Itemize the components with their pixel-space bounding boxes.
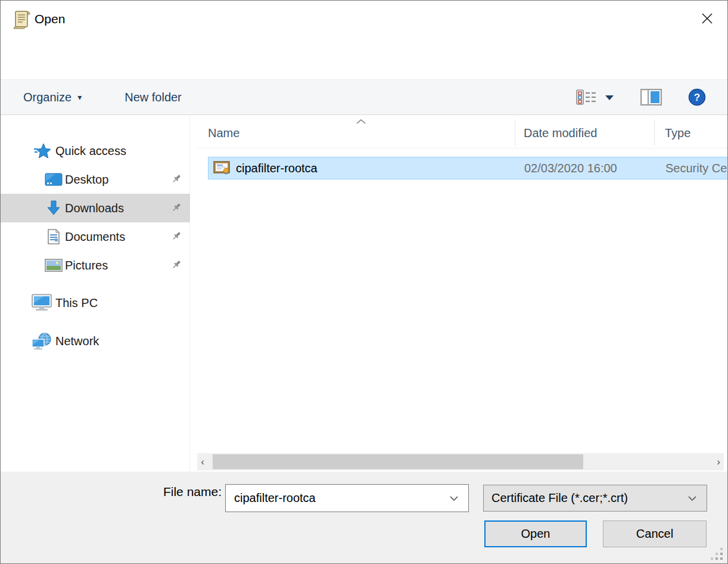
network-icon: [29, 332, 54, 350]
sidebar-item-pictures[interactable]: Pictures: [1, 251, 190, 280]
help-icon: ?: [688, 88, 706, 106]
file-type-value: Certificate File (*.cer;*.crt): [484, 491, 678, 505]
organize-menu-button[interactable]: Organize ▾: [23, 91, 82, 104]
column-header-type[interactable]: Type: [665, 126, 690, 140]
file-name-dropdown-chevron-icon[interactable]: [440, 495, 468, 501]
downloads-label: Downloads: [65, 202, 124, 215]
column-separator[interactable]: [515, 119, 515, 145]
file-type-dropdown-chevron-icon: [678, 495, 707, 501]
sidebar-item-documents[interactable]: Documents: [1, 222, 190, 251]
cancel-button-label: Cancel: [636, 527, 673, 541]
network-label: Network: [55, 334, 99, 348]
pictures-icon: [43, 259, 64, 272]
change-view-button[interactable]: [576, 89, 614, 105]
new-folder-label: New folder: [125, 91, 182, 104]
scrollbar-thumb[interactable]: [213, 454, 583, 469]
file-date-cell: 02/03/2020 16:00: [524, 162, 617, 175]
main-area: Quick access Desktop: [1, 116, 727, 472]
sidebar-item-downloads[interactable]: Downloads: [1, 194, 190, 222]
downloads-icon: [43, 200, 64, 216]
documents-label: Documents: [65, 230, 125, 244]
file-name-input[interactable]: [226, 491, 440, 505]
open-button-label: Open: [521, 527, 550, 541]
command-toolbar: Organize ▾ New folder: [1, 79, 727, 115]
navigation-row: ← → ↑ This PC Downloads: [1, 39, 727, 79]
navigation-pane: Quick access Desktop: [1, 116, 190, 472]
sort-ascending-icon: [356, 116, 366, 127]
preview-pane-button[interactable]: [640, 89, 662, 106]
list-header: Name Date modified Type: [197, 116, 728, 148]
column-separator[interactable]: [654, 119, 655, 145]
svg-text:?: ?: [694, 92, 700, 103]
desktop-icon: [43, 173, 64, 186]
pictures-label: Pictures: [65, 259, 108, 272]
pin-icon: [171, 173, 182, 187]
quick-access-label: Quick access: [55, 144, 126, 158]
organize-caret-icon: ▾: [77, 92, 82, 102]
views-caret-icon: [605, 94, 614, 101]
help-button[interactable]: ?: [688, 88, 706, 106]
cancel-button[interactable]: Cancel: [603, 520, 707, 547]
file-name-combobox: [225, 484, 469, 512]
scroll-left-icon[interactable]: ‹: [197, 453, 208, 470]
quick-access-star-icon: [32, 143, 53, 159]
sidebar-item-this-pc[interactable]: This PC: [1, 289, 190, 317]
file-list-pane: Name Date modified Type: [197, 116, 728, 472]
file-name-cell: cipafilter-rootca: [236, 162, 318, 175]
close-icon[interactable]: [695, 7, 719, 30]
desktop-label: Desktop: [65, 173, 108, 187]
sidebar-item-desktop[interactable]: Desktop: [1, 165, 190, 194]
dialog-title: Open: [35, 12, 65, 26]
toolbar-right-group: ?: [576, 80, 727, 114]
open-button[interactable]: Open: [484, 520, 587, 547]
dialog-footer: File name: Certificate File (*.cer;*.crt…: [1, 472, 727, 564]
sidebar-item-quick-access[interactable]: Quick access: [1, 137, 190, 165]
file-row-selected[interactable]: cipafilter-rootca 02/03/2020 16:00 Secur…: [208, 157, 728, 179]
pin-icon: [171, 259, 182, 273]
file-type-cell: Security Certificate: [665, 162, 728, 175]
file-name-label: File name:: [1, 485, 222, 499]
this-pc-label: This PC: [55, 296, 98, 310]
preview-pane-icon: [640, 89, 662, 106]
pin-icon: [171, 231, 182, 244]
scroll-document-icon: [13, 10, 31, 32]
this-pc-icon: [29, 294, 54, 312]
column-header-date-modified[interactable]: Date modified: [524, 126, 597, 140]
horizontal-scrollbar[interactable]: ‹ ›: [197, 453, 724, 470]
resize-grip[interactable]: [711, 548, 723, 560]
certificate-file-icon: [213, 161, 230, 175]
documents-icon: [43, 229, 64, 244]
title-bar: Open: [1, 1, 727, 39]
new-folder-button[interactable]: New folder: [125, 91, 182, 104]
file-type-select[interactable]: Certificate File (*.cer;*.crt): [483, 485, 707, 512]
pin-icon: [171, 202, 182, 216]
open-file-dialog: Open ← → ↑ This PC: [0, 0, 728, 564]
view-list-icon: [576, 89, 596, 105]
sidebar-item-network[interactable]: Network: [1, 327, 190, 355]
scroll-right-icon[interactable]: ›: [713, 453, 724, 470]
organize-label: Organize: [23, 91, 71, 104]
column-header-name[interactable]: Name: [208, 126, 239, 140]
